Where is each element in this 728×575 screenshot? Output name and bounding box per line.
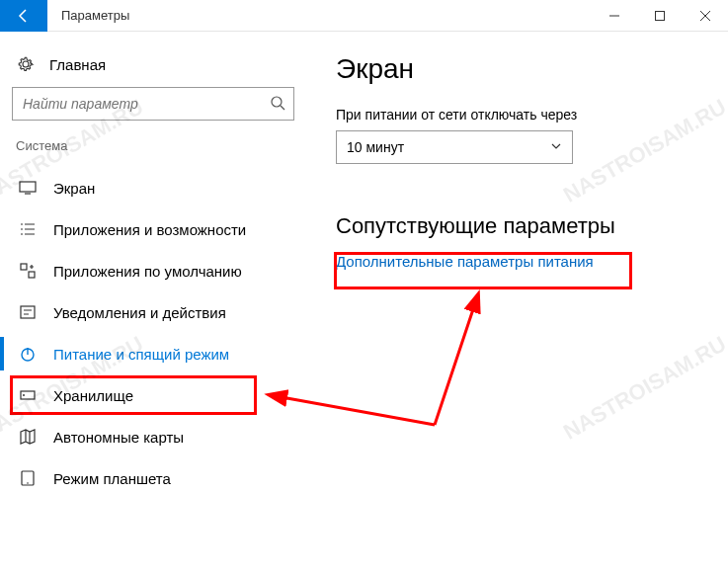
dropdown-value: 10 минут xyxy=(347,139,404,155)
sidebar: Главная Система Экран Приложения и возмо… xyxy=(0,32,306,575)
screen-timeout-dropdown[interactable]: 10 минут xyxy=(336,130,573,164)
notification-icon xyxy=(18,303,38,321)
svg-rect-5 xyxy=(21,306,35,318)
sidebar-item-tablet-mode[interactable]: Режим планшета xyxy=(12,457,294,499)
svg-point-1 xyxy=(272,97,282,107)
sidebar-item-label: Экран xyxy=(53,180,95,197)
power-icon xyxy=(18,345,38,363)
close-icon xyxy=(700,11,710,21)
dropdown-label: При питании от сети отключать через xyxy=(336,107,698,123)
sidebar-item-label: Автономные карты xyxy=(53,429,184,446)
tablet-icon xyxy=(18,469,38,487)
sidebar-item-offline-maps[interactable]: Автономные карты xyxy=(12,416,294,457)
back-button[interactable] xyxy=(0,0,47,32)
sidebar-item-display[interactable]: Экран xyxy=(12,167,294,208)
category-label: Система xyxy=(16,138,294,153)
sidebar-item-power-sleep[interactable]: Питание и спящий режим xyxy=(12,333,294,374)
sidebar-item-label: Режим планшета xyxy=(53,470,171,487)
defaults-icon xyxy=(18,262,38,280)
map-icon xyxy=(18,428,38,446)
svg-rect-2 xyxy=(20,182,36,192)
sidebar-item-default-apps[interactable]: Приложения по умолчанию xyxy=(12,250,294,291)
sidebar-item-apps[interactable]: Приложения и возможности xyxy=(12,208,294,250)
minimize-icon xyxy=(609,11,619,21)
minimize-button[interactable] xyxy=(592,0,637,32)
main-panel: Экран При питании от сети отключать чере… xyxy=(306,32,728,575)
gear-icon xyxy=(16,55,36,73)
sidebar-item-label: Приложения и возможности xyxy=(53,221,246,238)
list-icon xyxy=(18,220,38,238)
chevron-down-icon xyxy=(550,139,562,155)
home-label: Главная xyxy=(49,56,106,73)
related-heading: Сопутствующие параметры xyxy=(336,213,698,239)
search-input[interactable] xyxy=(23,96,270,112)
svg-point-10 xyxy=(27,482,29,484)
active-indicator xyxy=(0,337,4,370)
sidebar-item-label: Уведомления и действия xyxy=(53,304,226,321)
sidebar-item-label: Приложения по умолчанию xyxy=(53,263,242,280)
search-box[interactable] xyxy=(12,87,294,121)
additional-power-settings-link[interactable]: Дополнительные параметры питания xyxy=(336,253,594,270)
svg-rect-4 xyxy=(29,272,35,278)
maximize-icon xyxy=(655,11,665,21)
arrow-left-icon xyxy=(16,8,32,24)
sidebar-item-label: Питание и спящий режим xyxy=(53,346,229,363)
sidebar-item-storage[interactable]: Хранилище xyxy=(12,374,294,416)
sidebar-item-notifications[interactable]: Уведомления и действия xyxy=(12,291,294,333)
section-heading: Экран xyxy=(336,53,698,85)
monitor-icon xyxy=(18,179,38,197)
maximize-button[interactable] xyxy=(637,0,683,32)
svg-point-8 xyxy=(23,394,25,396)
close-button[interactable] xyxy=(683,0,728,32)
titlebar: Параметры xyxy=(0,0,728,32)
home-link[interactable]: Главная xyxy=(12,51,294,87)
window-controls xyxy=(592,0,728,32)
storage-icon xyxy=(18,386,38,404)
window-title: Параметры xyxy=(61,8,129,23)
svg-rect-3 xyxy=(21,264,27,270)
svg-rect-0 xyxy=(656,11,665,20)
content-area: Главная Система Экран Приложения и возмо… xyxy=(0,32,728,575)
search-icon xyxy=(270,95,285,114)
sidebar-item-label: Хранилище xyxy=(53,387,133,404)
